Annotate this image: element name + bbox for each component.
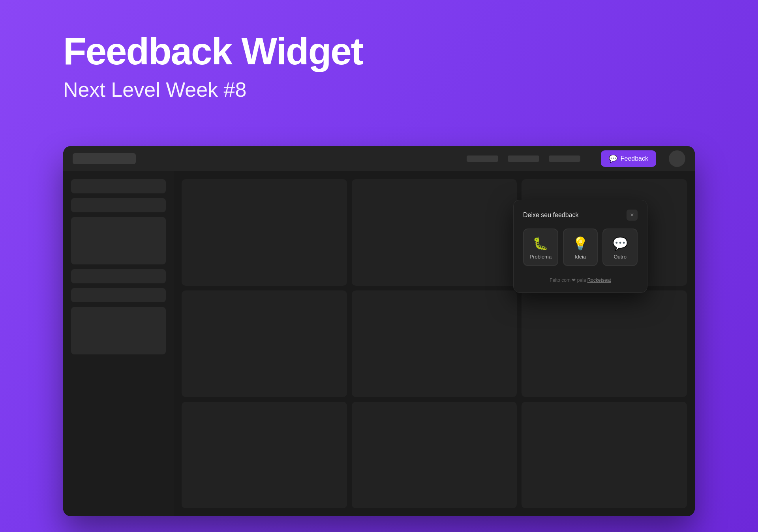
feedback-button-label: Feedback bbox=[621, 155, 648, 162]
browser-content: Deixe seu feedback × 🐛 Problema 💡 Ideia … bbox=[63, 171, 695, 516]
page-background: Feedback Widget Next Level Week #8 💬 Fee… bbox=[0, 0, 758, 532]
header-text: Feedback Widget Next Level Week #8 bbox=[63, 32, 363, 101]
sidebar-block-5 bbox=[71, 288, 166, 302]
footer-text: Feito com ❤ pela Rocketseat bbox=[523, 277, 638, 283]
rocketseat-link[interactable]: Rocketseat bbox=[587, 277, 611, 283]
nav-link-1 bbox=[467, 155, 498, 162]
nav-link-2 bbox=[508, 155, 539, 162]
main-title: Feedback Widget bbox=[63, 32, 363, 71]
user-avatar bbox=[669, 150, 685, 167]
browser-logo bbox=[73, 153, 136, 164]
content-block-2 bbox=[352, 179, 517, 286]
widget-header: Deixe seu feedback × bbox=[523, 210, 638, 221]
content-block-6 bbox=[522, 290, 687, 397]
option-problema-emoji: 🐛 bbox=[533, 237, 548, 250]
widget-title: Deixe seu feedback bbox=[523, 212, 579, 219]
sidebar-block-1 bbox=[71, 179, 166, 193]
browser-nav bbox=[467, 155, 580, 162]
content-block-9 bbox=[522, 402, 687, 508]
option-outro[interactable]: 💬 Outro bbox=[602, 229, 638, 266]
content-block-7 bbox=[182, 402, 347, 508]
content-block-4 bbox=[182, 290, 347, 397]
option-ideia-label: Ideia bbox=[575, 254, 586, 260]
sub-title: Next Level Week #8 bbox=[63, 78, 363, 101]
feedback-widget: Deixe seu feedback × 🐛 Problema 💡 Ideia … bbox=[513, 200, 647, 293]
feedback-button[interactable]: 💬 Feedback bbox=[601, 150, 656, 167]
sidebar-block-2 bbox=[71, 198, 166, 212]
option-problema[interactable]: 🐛 Problema bbox=[523, 229, 558, 266]
option-ideia[interactable]: 💡 Ideia bbox=[563, 229, 598, 266]
nav-link-3 bbox=[549, 155, 580, 162]
footer-prefix: Feito com ❤ pela bbox=[550, 277, 587, 283]
widget-footer: Feito com ❤ pela Rocketseat bbox=[523, 274, 638, 283]
sidebar-area bbox=[63, 171, 174, 516]
browser-mockup: 💬 Feedback bbox=[63, 146, 695, 516]
content-block-5 bbox=[352, 290, 517, 397]
widget-options: 🐛 Problema 💡 Ideia 💬 Outro bbox=[523, 229, 638, 266]
option-outro-label: Outro bbox=[614, 254, 627, 260]
option-problema-label: Problema bbox=[530, 254, 552, 260]
browser-header: 💬 Feedback bbox=[63, 146, 695, 171]
sidebar-block-3 bbox=[71, 217, 166, 264]
feedback-button-icon: 💬 bbox=[609, 154, 617, 163]
option-ideia-emoji: 💡 bbox=[572, 237, 588, 250]
content-block-1 bbox=[182, 179, 347, 286]
option-outro-emoji: 💬 bbox=[612, 237, 628, 250]
content-block-8 bbox=[352, 402, 517, 508]
sidebar-block-4 bbox=[71, 269, 166, 283]
widget-close-button[interactable]: × bbox=[627, 210, 638, 221]
sidebar-block-6 bbox=[71, 307, 166, 354]
